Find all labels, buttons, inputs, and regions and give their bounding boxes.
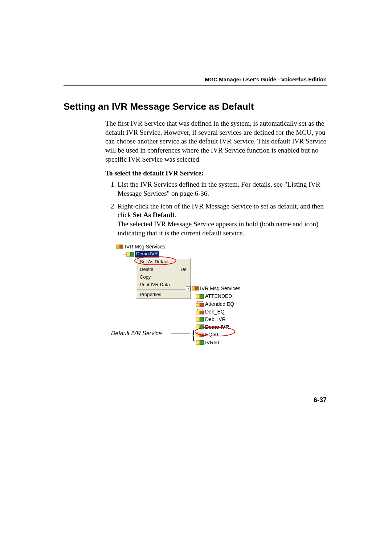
header-rule — [64, 85, 327, 86]
procedure-heading: To select the default IVR Service: — [105, 169, 328, 178]
tree-node-label: EQ60 — [205, 331, 218, 338]
svg-rect-8 — [196, 303, 200, 307]
tree-node-label: Deb_EQ — [205, 308, 225, 315]
tree-node-label: Demo IVR — [205, 324, 229, 330]
svg-rect-2 — [126, 252, 130, 256]
ivr-service-icon — [196, 317, 204, 322]
tree-node-deb-eq[interactable]: Deb_EQ — [196, 308, 258, 315]
callout-brace: { — [192, 326, 196, 344]
callout-label: Default IVR Service — [111, 330, 162, 337]
svg-rect-11 — [200, 311, 204, 314]
context-menu: Set As Default Delete Del Copy Print IVR… — [136, 258, 191, 299]
menu-print-label: Print IVR Data — [140, 282, 170, 288]
tree-left-selected-label: Demo IVR — [135, 251, 159, 258]
svg-rect-17 — [200, 334, 204, 337]
figure: IVR Msg Services ┈ Demo IVR Set As Defau… — [105, 243, 328, 360]
svg-rect-12 — [196, 317, 200, 321]
ivr-service-icon — [196, 340, 204, 345]
svg-rect-14 — [196, 325, 200, 329]
tree-node-deb-ivr[interactable]: Deb_IVR — [196, 316, 258, 323]
menu-set-as-default[interactable]: Set As Default — [136, 258, 191, 266]
svg-rect-9 — [200, 303, 204, 307]
tree-left-selected[interactable]: ┈ Demo IVR — [123, 251, 185, 258]
section-title: Setting an IVR Message Service as Defaul… — [64, 101, 328, 112]
menu-copy[interactable]: Copy — [136, 274, 191, 281]
menu-properties[interactable]: Properties — [136, 291, 191, 299]
page-number: 6-37 — [314, 396, 327, 404]
svg-rect-7 — [200, 294, 204, 299]
tree-node-attended[interactable]: ATTENDED — [196, 293, 258, 299]
step-2-tail: . — [175, 211, 176, 219]
svg-rect-5 — [195, 287, 199, 290]
eq-service-icon — [196, 301, 204, 307]
callout-leader-line — [171, 333, 190, 333]
menu-separator — [137, 289, 190, 290]
tree-node-demo-ivr[interactable]: Demo IVR — [196, 324, 258, 330]
collapse-icon[interactable]: - — [186, 286, 191, 291]
ivr-service-icon — [196, 294, 204, 299]
tree-right-root[interactable]: - IVR Msg Services — [186, 285, 258, 292]
tree-node-label: ATTENDED — [205, 293, 232, 299]
menu-delete-label: Delete — [140, 267, 154, 273]
ivr-service-icon — [196, 324, 204, 329]
tree-right-root-label: IVR Msg Services — [200, 285, 240, 292]
svg-rect-1 — [120, 245, 123, 248]
menu-delete[interactable]: Delete Del — [136, 266, 191, 274]
svg-rect-19 — [200, 340, 204, 345]
svg-rect-6 — [196, 294, 200, 299]
step-2-result: The selected IVR Message Service appears… — [118, 220, 318, 237]
tree-node-label: Attended EQ — [205, 301, 234, 307]
eq-service-icon — [196, 332, 204, 337]
svg-rect-3 — [130, 252, 134, 256]
tree-right: - IVR Msg Services ATTENDED Attended EQ — [186, 285, 258, 347]
step-1: List the IVR Services defined in the sys… — [118, 180, 328, 198]
menu-delete-accel: Del — [180, 267, 188, 273]
svg-rect-0 — [116, 245, 119, 248]
tree-node-attended-eq[interactable]: Attended EQ — [196, 301, 258, 307]
tree-node-ivr60[interactable]: IVR60 — [196, 339, 258, 346]
services-root-icon — [192, 286, 199, 291]
tree-left: IVR Msg Services ┈ Demo IVR Set As Defau… — [116, 243, 185, 258]
tree-left-root-label: IVR Msg Services — [125, 243, 165, 250]
svg-rect-10 — [196, 311, 200, 314]
eq-service-icon — [196, 309, 204, 315]
step-2-bold: Set As Default — [133, 211, 175, 219]
tree-left-root[interactable]: IVR Msg Services — [116, 243, 185, 250]
ivr-service-icon — [126, 252, 134, 257]
svg-rect-15 — [200, 325, 204, 329]
tree-dots: ┈ — [123, 251, 126, 258]
step-2: Right-click the icon of the IVR Message … — [118, 202, 328, 238]
svg-rect-13 — [200, 317, 204, 321]
svg-rect-4 — [192, 287, 195, 290]
intro-paragraph: The first IVR Service that was defined i… — [105, 119, 328, 164]
menu-set-as-default-label: Set As Default — [140, 259, 170, 265]
tree-node-label: IVR60 — [205, 339, 219, 346]
svg-rect-18 — [196, 340, 200, 345]
procedure-list: List the IVR Services defined in the sys… — [105, 180, 328, 238]
tree-node-label: Deb_IVR — [205, 316, 226, 323]
running-header: MGC Manager User's Guide - VoicePlus Edi… — [205, 76, 327, 82]
menu-properties-label: Properties — [140, 292, 161, 298]
services-root-icon — [116, 244, 123, 249]
svg-rect-16 — [196, 334, 200, 337]
tree-node-eq60[interactable]: EQ60 — [196, 331, 258, 338]
menu-copy-label: Copy — [140, 274, 151, 280]
menu-print-ivr-data[interactable]: Print IVR Data — [136, 281, 191, 289]
